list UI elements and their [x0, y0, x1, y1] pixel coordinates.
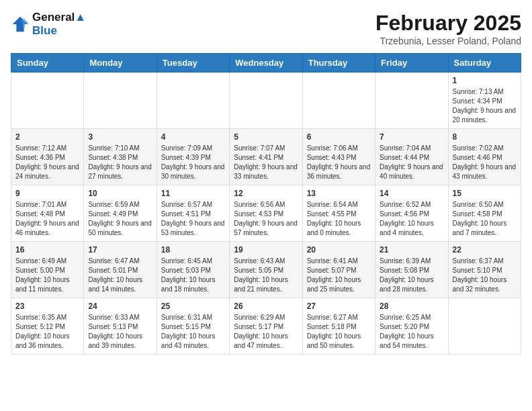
day-number: 7 — [380, 132, 443, 142]
calendar-day: 19 Sunrise: 6:43 AM Sunset: 5:05 PM Dayl… — [230, 242, 302, 298]
calendar-day: 7 Sunrise: 7:04 AM Sunset: 4:44 PM Dayli… — [375, 129, 448, 185]
day-info: Sunrise: 7:02 AM Sunset: 4:46 PM Dayligh… — [453, 144, 517, 181]
day-number: 28 — [380, 302, 443, 311]
day-info: Sunrise: 6:57 AM Sunset: 4:51 PM Dayligh… — [161, 200, 225, 238]
day-number: 11 — [161, 189, 225, 198]
day-number: 15 — [453, 189, 517, 198]
logo: General▲ Blue — [11, 11, 86, 38]
calendar-day: 16 Sunrise: 6:49 AM Sunset: 5:00 PM Dayl… — [11, 242, 84, 298]
calendar-day: 1 Sunrise: 7:13 AM Sunset: 4:34 PM Dayli… — [448, 73, 521, 129]
day-number: 4 — [161, 132, 225, 142]
weekday-header-monday: Monday — [84, 54, 157, 73]
calendar-day: 5 Sunrise: 7:07 AM Sunset: 4:41 PM Dayli… — [230, 129, 302, 185]
day-info: Sunrise: 6:41 AM Sunset: 5:07 PM Dayligh… — [307, 257, 371, 294]
weekday-header-tuesday: Tuesday — [157, 54, 229, 73]
calendar-week-2: 2 Sunrise: 7:12 AM Sunset: 4:36 PM Dayli… — [11, 129, 521, 185]
day-info: Sunrise: 6:29 AM Sunset: 5:17 PM Dayligh… — [234, 313, 298, 351]
calendar-day — [84, 73, 157, 129]
day-number: 3 — [88, 132, 152, 142]
day-info: Sunrise: 6:47 AM Sunset: 5:01 PM Dayligh… — [88, 257, 152, 294]
calendar-day — [11, 73, 84, 129]
day-number: 13 — [307, 189, 371, 198]
calendar-day: 14 Sunrise: 6:52 AM Sunset: 4:56 PM Dayl… — [375, 185, 448, 242]
calendar-day: 24 Sunrise: 6:33 AM Sunset: 5:13 PM Dayl… — [84, 298, 157, 355]
day-info: Sunrise: 7:12 AM Sunset: 4:36 PM Dayligh… — [15, 144, 79, 181]
day-info: Sunrise: 7:13 AM Sunset: 4:34 PM Dayligh… — [453, 87, 517, 125]
logo-text: General▲ Blue — [32, 11, 86, 38]
weekday-header-friday: Friday — [375, 54, 448, 73]
logo-icon — [11, 15, 30, 34]
day-info: Sunrise: 7:09 AM Sunset: 4:39 PM Dayligh… — [161, 144, 225, 181]
day-info: Sunrise: 6:50 AM Sunset: 4:58 PM Dayligh… — [453, 200, 517, 238]
day-info: Sunrise: 6:43 AM Sunset: 5:05 PM Dayligh… — [234, 257, 298, 294]
day-number: 12 — [234, 189, 298, 198]
page-header: General▲ Blue February 2025 Trzebunia, L… — [11, 11, 521, 46]
day-info: Sunrise: 7:07 AM Sunset: 4:41 PM Dayligh… — [234, 144, 298, 181]
calendar-week-1: 1 Sunrise: 7:13 AM Sunset: 4:34 PM Dayli… — [11, 73, 521, 129]
day-info: Sunrise: 7:10 AM Sunset: 4:38 PM Dayligh… — [88, 144, 152, 181]
weekday-header-saturday: Saturday — [448, 54, 521, 73]
day-info: Sunrise: 6:27 AM Sunset: 5:18 PM Dayligh… — [307, 313, 371, 351]
calendar-day: 13 Sunrise: 6:54 AM Sunset: 4:55 PM Dayl… — [302, 185, 375, 242]
calendar-day: 18 Sunrise: 6:45 AM Sunset: 5:03 PM Dayl… — [157, 242, 229, 298]
weekday-header-wednesday: Wednesday — [230, 54, 302, 73]
day-number: 18 — [161, 245, 225, 255]
title-block: February 2025 Trzebunia, Lesser Poland, … — [375, 11, 521, 46]
calendar-week-5: 23 Sunrise: 6:35 AM Sunset: 5:12 PM Dayl… — [11, 298, 521, 355]
day-info: Sunrise: 6:54 AM Sunset: 4:55 PM Dayligh… — [307, 200, 371, 238]
location: Trzebunia, Lesser Poland, Poland — [375, 36, 521, 46]
day-info: Sunrise: 6:37 AM Sunset: 5:10 PM Dayligh… — [453, 257, 517, 294]
calendar-day: 23 Sunrise: 6:35 AM Sunset: 5:12 PM Dayl… — [11, 298, 84, 355]
day-number: 22 — [453, 245, 517, 255]
calendar-day: 25 Sunrise: 6:31 AM Sunset: 5:15 PM Dayl… — [157, 298, 229, 355]
weekday-header-row: SundayMondayTuesdayWednesdayThursdayFrid… — [11, 54, 521, 73]
calendar-day: 10 Sunrise: 6:59 AM Sunset: 4:49 PM Dayl… — [84, 185, 157, 242]
weekday-header-thursday: Thursday — [302, 54, 375, 73]
month-title: February 2025 — [375, 11, 521, 36]
calendar-day — [375, 73, 448, 129]
calendar-day: 22 Sunrise: 6:37 AM Sunset: 5:10 PM Dayl… — [448, 242, 521, 298]
day-info: Sunrise: 7:04 AM Sunset: 4:44 PM Dayligh… — [380, 144, 443, 181]
day-number: 17 — [88, 245, 152, 255]
calendar-day — [230, 73, 302, 129]
calendar-day: 3 Sunrise: 7:10 AM Sunset: 4:38 PM Dayli… — [84, 129, 157, 185]
day-number: 27 — [307, 302, 371, 311]
day-number: 8 — [453, 132, 517, 142]
day-number: 19 — [234, 245, 298, 255]
calendar-day: 28 Sunrise: 6:25 AM Sunset: 5:20 PM Dayl… — [375, 298, 448, 355]
day-info: Sunrise: 6:59 AM Sunset: 4:49 PM Dayligh… — [88, 200, 152, 238]
day-number: 9 — [15, 189, 79, 198]
day-number: 6 — [307, 132, 371, 142]
calendar-day: 15 Sunrise: 6:50 AM Sunset: 4:58 PM Dayl… — [448, 185, 521, 242]
calendar-day: 6 Sunrise: 7:06 AM Sunset: 4:43 PM Dayli… — [302, 129, 375, 185]
calendar-day — [302, 73, 375, 129]
day-info: Sunrise: 6:31 AM Sunset: 5:15 PM Dayligh… — [161, 313, 225, 351]
day-info: Sunrise: 6:56 AM Sunset: 4:53 PM Dayligh… — [234, 200, 298, 238]
day-number: 5 — [234, 132, 298, 142]
calendar-day: 27 Sunrise: 6:27 AM Sunset: 5:18 PM Dayl… — [302, 298, 375, 355]
day-number: 23 — [15, 302, 79, 311]
day-info: Sunrise: 6:52 AM Sunset: 4:56 PM Dayligh… — [380, 200, 443, 238]
day-info: Sunrise: 6:49 AM Sunset: 5:00 PM Dayligh… — [15, 257, 79, 294]
day-info: Sunrise: 7:06 AM Sunset: 4:43 PM Dayligh… — [307, 144, 371, 181]
calendar-day — [448, 298, 521, 355]
calendar-day: 4 Sunrise: 7:09 AM Sunset: 4:39 PM Dayli… — [157, 129, 229, 185]
calendar-day: 17 Sunrise: 6:47 AM Sunset: 5:01 PM Dayl… — [84, 242, 157, 298]
day-number: 2 — [15, 132, 79, 142]
calendar-day: 9 Sunrise: 7:01 AM Sunset: 4:48 PM Dayli… — [11, 185, 84, 242]
calendar-week-3: 9 Sunrise: 7:01 AM Sunset: 4:48 PM Dayli… — [11, 185, 521, 242]
calendar-day: 20 Sunrise: 6:41 AM Sunset: 5:07 PM Dayl… — [302, 242, 375, 298]
calendar-day: 8 Sunrise: 7:02 AM Sunset: 4:46 PM Dayli… — [448, 129, 521, 185]
day-info: Sunrise: 6:39 AM Sunset: 5:08 PM Dayligh… — [380, 257, 443, 294]
calendar-table: SundayMondayTuesdayWednesdayThursdayFrid… — [11, 53, 521, 355]
day-info: Sunrise: 6:25 AM Sunset: 5:20 PM Dayligh… — [380, 313, 443, 351]
day-info: Sunrise: 7:01 AM Sunset: 4:48 PM Dayligh… — [15, 200, 79, 238]
day-number: 20 — [307, 245, 371, 255]
day-number: 21 — [380, 245, 443, 255]
day-number: 24 — [88, 302, 152, 311]
day-number: 26 — [234, 302, 298, 311]
day-number: 10 — [88, 189, 152, 198]
day-info: Sunrise: 6:35 AM Sunset: 5:12 PM Dayligh… — [15, 313, 79, 351]
day-info: Sunrise: 6:45 AM Sunset: 5:03 PM Dayligh… — [161, 257, 225, 294]
calendar-day — [157, 73, 229, 129]
